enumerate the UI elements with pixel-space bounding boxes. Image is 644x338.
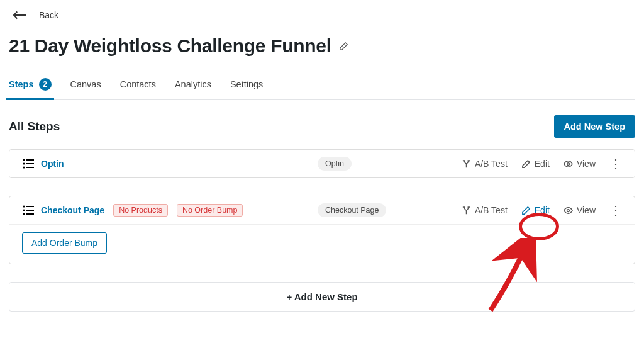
svg-rect-12 <box>26 213 34 215</box>
edit-button[interactable]: Edit <box>521 159 550 169</box>
tab-canvas[interactable]: Canvas <box>70 79 101 98</box>
svg-rect-4 <box>26 163 34 164</box>
svg-rect-3 <box>26 159 34 161</box>
arrow-left-icon <box>13 10 26 20</box>
add-order-bump-button[interactable]: Add Order Bump <box>22 232 107 254</box>
tab-settings[interactable]: Settings <box>230 79 263 98</box>
step-name-link[interactable]: Optin <box>41 159 64 169</box>
page-title: 21 Day Weightloss Challenge Funnel <box>9 35 331 57</box>
drag-handle-icon[interactable] <box>22 205 35 216</box>
more-menu-icon[interactable]: ⋮ <box>609 157 622 170</box>
abtest-button[interactable]: A/B Test <box>462 205 508 215</box>
title-row: 21 Day Weightloss Challenge Funnel <box>9 35 635 78</box>
svg-point-2 <box>23 166 25 168</box>
svg-point-8 <box>23 209 25 211</box>
svg-point-6 <box>567 162 570 165</box>
section-header: All Steps Add New Step <box>9 100 635 149</box>
svg-point-9 <box>23 213 25 215</box>
svg-rect-5 <box>26 167 34 168</box>
no-products-warning: No Products <box>113 204 168 217</box>
edit-title-icon[interactable] <box>339 42 348 51</box>
tab-analytics[interactable]: Analytics <box>175 79 211 98</box>
pencil-icon <box>521 159 531 169</box>
svg-rect-11 <box>26 210 34 211</box>
svg-point-7 <box>23 205 25 207</box>
split-icon <box>462 206 471 215</box>
split-icon <box>462 159 471 169</box>
table-row: Checkout Page No Products No Order Bump … <box>9 196 635 224</box>
drag-handle-icon[interactable] <box>22 158 35 169</box>
step-type-pill: Checkout Page <box>318 203 386 217</box>
svg-rect-10 <box>26 206 34 207</box>
eye-icon <box>564 206 573 215</box>
abtest-button[interactable]: A/B Test <box>462 159 508 169</box>
svg-point-1 <box>23 162 25 164</box>
back-nav[interactable]: Back <box>9 8 635 35</box>
steps-count-badge: 2 <box>39 78 52 91</box>
eye-icon <box>564 159 573 169</box>
tab-label: Steps <box>9 79 34 89</box>
tab-steps[interactable]: Steps 2 <box>9 78 52 99</box>
add-new-step-button[interactable]: Add New Step <box>554 115 635 138</box>
back-label: Back <box>39 10 58 20</box>
step-type-pill: Optin <box>318 157 352 171</box>
no-order-bump-warning: No Order Bump <box>177 204 243 217</box>
pencil-icon <box>521 206 531 215</box>
more-menu-icon[interactable]: ⋮ <box>609 204 622 217</box>
view-button[interactable]: View <box>564 159 596 169</box>
svg-point-13 <box>567 209 570 211</box>
table-row: Optin Optin A/B Test Edit View ⋮ <box>9 150 635 177</box>
view-button[interactable]: View <box>564 205 596 215</box>
section-title: All Steps <box>9 120 60 133</box>
tab-bar: Steps 2 Canvas Contacts Analytics Settin… <box>9 78 635 100</box>
step-name-link[interactable]: Checkout Page <box>41 205 104 215</box>
step-card-optin: Optin Optin A/B Test Edit View ⋮ <box>9 149 635 178</box>
svg-point-0 <box>23 159 25 161</box>
step-card-checkout: Checkout Page No Products No Order Bump … <box>9 196 635 264</box>
add-new-step-bar[interactable]: + Add New Step <box>9 282 635 312</box>
edit-button[interactable]: Edit <box>521 205 550 215</box>
tab-contacts[interactable]: Contacts <box>120 79 156 98</box>
